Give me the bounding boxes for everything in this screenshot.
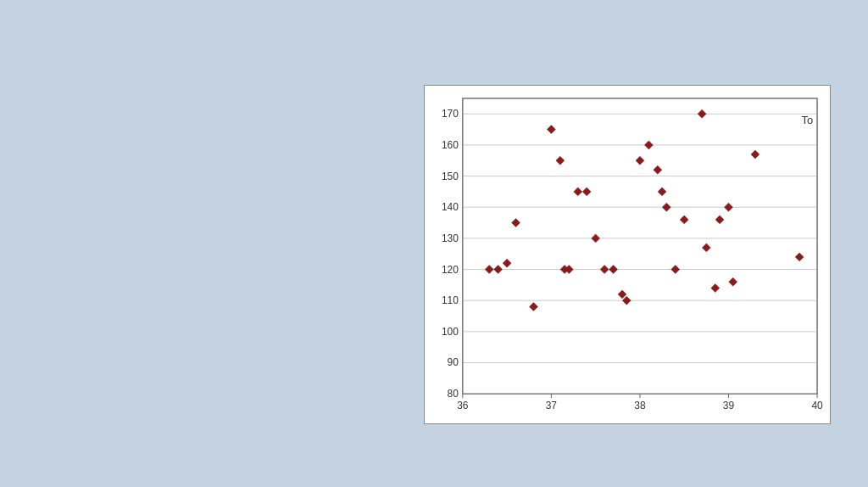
svg-text:130: 130 — [442, 232, 459, 244]
chart-svg: 80901001101201301401501601703637383940To — [425, 86, 830, 423]
chart-area: 80901001101201301401501601703637383940To — [424, 25, 834, 424]
svg-text:36: 36 — [457, 400, 469, 411]
svg-text:80: 80 — [448, 388, 459, 400]
svg-text:40: 40 — [811, 400, 823, 411]
svg-text:170: 170 — [442, 108, 459, 120]
svg-text:100: 100 — [442, 326, 459, 338]
svg-rect-0 — [463, 98, 817, 394]
svg-text:To: To — [801, 114, 813, 126]
svg-text:120: 120 — [442, 264, 459, 276]
svg-text:37: 37 — [546, 400, 558, 411]
svg-text:90: 90 — [448, 357, 459, 369]
scatter-chart: 80901001101201301401501601703637383940To — [424, 85, 831, 424]
svg-text:150: 150 — [442, 171, 459, 182]
svg-text:160: 160 — [442, 139, 459, 151]
svg-text:110: 110 — [442, 294, 459, 306]
svg-text:39: 39 — [723, 400, 735, 411]
svg-text:140: 140 — [442, 201, 459, 213]
svg-text:38: 38 — [634, 400, 646, 411]
